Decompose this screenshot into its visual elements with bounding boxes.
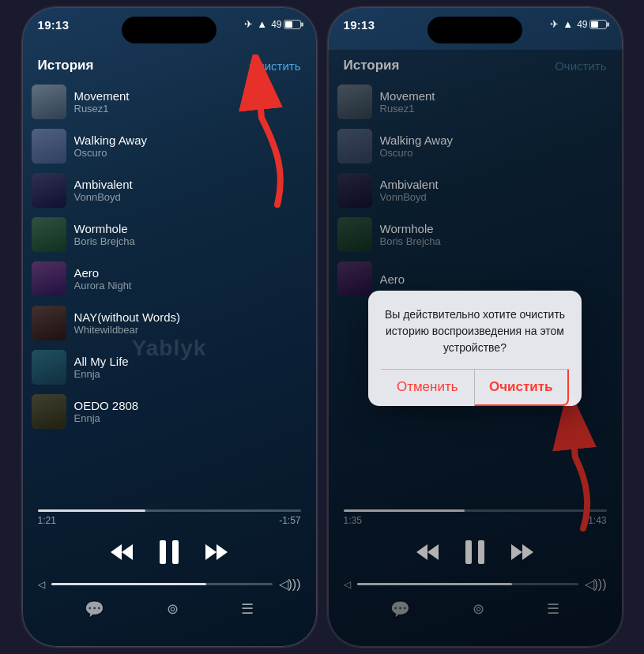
airplane-icon-1: ✈ <box>244 18 253 30</box>
album-art <box>32 217 66 252</box>
dialog-buttons: Отменить Очистить <box>381 369 569 406</box>
list-item[interactable]: Movement Rusez1 <box>32 80 307 124</box>
track-info: Movement Rusez1 <box>74 89 307 115</box>
track-artist: Ennja <box>74 368 307 380</box>
progress-times-1: 1:21 -1:57 <box>38 515 301 526</box>
track-name: All My Life <box>74 355 307 368</box>
player-bottom-1: 1:21 -1:57 <box>22 509 317 647</box>
dialog-box: Вы действительно хотите очистить историю… <box>368 291 582 406</box>
album-art <box>32 306 66 340</box>
track-name: Walking Away <box>74 133 307 147</box>
phone-2: 19:13 ✈ ▲ 49 История Очистить Movement <box>327 6 623 648</box>
airplane-icon-2: ✈ <box>550 18 559 30</box>
track-name: Wormhole <box>74 222 307 235</box>
track-info: Wormhole Boris Brejcha <box>74 222 307 247</box>
list-item[interactable]: Wormhole Boris Brejcha <box>32 212 307 257</box>
track-name: NAY(without Words) <box>74 310 307 324</box>
battery-body-1 <box>284 20 301 29</box>
status-time-1: 19:13 <box>38 18 70 32</box>
battery-fill-2 <box>591 21 598 28</box>
list-item[interactable]: NAY(without Words) Whitewildbear <box>32 301 307 345</box>
list-item[interactable]: OEDO 2808 Ennja <box>32 389 307 434</box>
content-1: История Очистить Movement Rusez1 Walking… <box>22 50 317 647</box>
status-icons-2: ✈ ▲ 49 <box>550 18 606 30</box>
svg-marker-5 <box>217 544 228 560</box>
list-item[interactable]: Aero Aurora Night <box>32 257 307 301</box>
track-list-1: Movement Rusez1 Walking Away Oscuro Ambi… <box>22 80 317 434</box>
track-name: Movement <box>74 89 307 103</box>
svg-marker-1 <box>122 544 133 560</box>
volume-row-1: ◁ ◁))) <box>38 577 301 592</box>
battery-body-2 <box>589 20 607 29</box>
track-info: Ambivalent VonnBoyd <box>74 178 307 203</box>
vol-high-icon-1: ◁))) <box>279 577 301 592</box>
wifi-icon-2: ▲ <box>563 18 573 30</box>
svg-marker-0 <box>111 544 122 560</box>
dialog-message: Вы действительно хотите очистить историю… <box>381 306 569 356</box>
list-item[interactable]: Ambivalent VonnBoyd <box>32 168 307 212</box>
bottom-tabs-1: 💬 ⊚ ☰ <box>38 593 301 631</box>
track-artist: Whitewildbear <box>74 324 307 336</box>
track-info: NAY(without Words) Whitewildbear <box>74 310 307 336</box>
progress-fill-1 <box>38 509 146 512</box>
time-remaining-1: -1:57 <box>279 515 300 526</box>
album-art <box>32 394 66 429</box>
svg-marker-4 <box>205 544 217 560</box>
history-title-1: История <box>38 58 94 73</box>
rewind-btn-1[interactable] <box>109 541 134 563</box>
status-time-2: 19:13 <box>344 18 375 32</box>
progress-bar-1[interactable] <box>38 509 301 512</box>
vol-bar-1[interactable] <box>51 583 273 585</box>
track-artist: VonnBoyd <box>74 191 307 203</box>
album-art <box>32 173 66 208</box>
dynamic-island-2 <box>427 17 522 43</box>
album-art <box>32 261 66 296</box>
clear-btn-1[interactable]: Очистить <box>249 59 300 73</box>
track-info: Aero Aurora Night <box>74 266 307 291</box>
list-item[interactable]: Walking Away Oscuro <box>32 124 307 168</box>
album-art <box>32 350 66 385</box>
vol-fill-1 <box>51 583 206 585</box>
phone-1: 19:13 ✈ ▲ 49 История Очистить Movemen <box>21 6 318 648</box>
battery-2: 49 <box>577 19 606 30</box>
dynamic-island-1 <box>122 17 217 43</box>
progress-area-1: 1:21 -1:57 <box>38 509 301 526</box>
track-artist: Oscuro <box>74 147 307 159</box>
track-artist: Aurora Night <box>74 280 307 291</box>
dialog-overlay: Вы действительно хотите очистить историю… <box>328 50 623 647</box>
svg-rect-2 <box>160 540 166 564</box>
dialog-cancel-btn[interactable]: Отменить <box>381 370 475 406</box>
time-elapsed-1: 1:21 <box>38 515 56 526</box>
pause-btn-1[interactable] <box>158 539 180 566</box>
svg-rect-3 <box>172 540 179 564</box>
dialog-confirm-btn[interactable]: Очистить <box>475 370 570 406</box>
battery-pct-1: 49 <box>271 19 281 30</box>
vol-low-icon-1: ◁ <box>38 579 45 590</box>
list-item[interactable]: All My Life Ennja <box>32 345 307 389</box>
forward-btn-1[interactable] <box>204 541 229 563</box>
track-info: Walking Away Oscuro <box>74 133 307 159</box>
track-info: OEDO 2808 Ennja <box>74 399 307 424</box>
content-2: История Очистить Movement Rusez1 Walking… <box>328 50 623 647</box>
track-name: OEDO 2808 <box>74 399 307 412</box>
track-info: All My Life Ennja <box>74 355 307 380</box>
battery-1: 49 <box>271 19 300 30</box>
airplay-tab-1[interactable]: ⊚ <box>167 600 179 618</box>
track-artist: Rusez1 <box>74 103 307 115</box>
album-art <box>32 85 66 119</box>
history-header-1: История Очистить <box>22 50 317 80</box>
track-artist: Boris Brejcha <box>74 235 307 247</box>
battery-fill-1 <box>285 21 292 28</box>
track-name: Ambivalent <box>74 178 307 191</box>
battery-pct-2: 49 <box>577 19 587 30</box>
status-icons-1: ✈ ▲ 49 <box>244 18 300 30</box>
queue-tab-1[interactable]: ☰ <box>241 600 254 618</box>
track-name: Aero <box>74 266 307 280</box>
track-artist: Ennja <box>74 412 307 424</box>
wifi-icon-1: ▲ <box>257 18 267 30</box>
lyrics-tab-1[interactable]: 💬 <box>85 600 104 618</box>
album-art <box>32 129 66 164</box>
controls-1 <box>38 531 301 572</box>
